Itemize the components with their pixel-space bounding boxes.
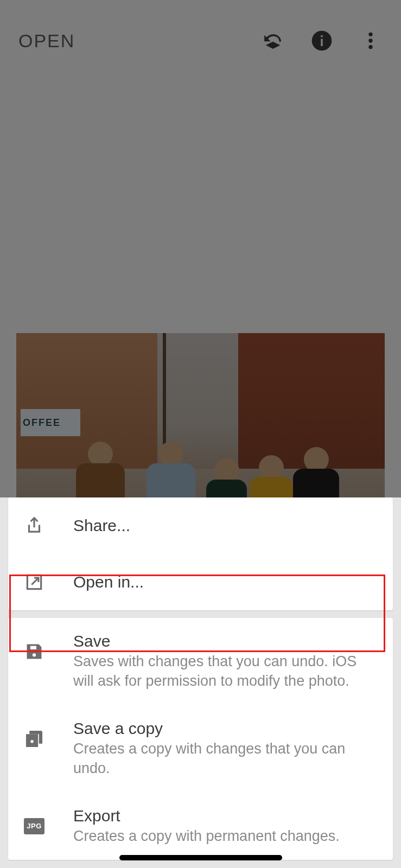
svg-point-8 (32, 653, 36, 657)
share-label: Share... (73, 516, 374, 535)
jpg-badge-text: JPG (24, 818, 44, 834)
sheet-group-1: Share... Open in... (8, 497, 393, 610)
jpg-icon: JPG (20, 812, 48, 840)
save-copy-icon (20, 725, 48, 753)
save-copy-row[interactable]: Save a copy Creates a copy with changes … (8, 705, 393, 793)
svg-point-9 (30, 739, 34, 743)
open-in-label: Open in... (73, 573, 374, 591)
sheet-group-2: Save Saves with changes that you can und… (8, 618, 393, 860)
export-subtitle: Creates a copy with permanent changes. (73, 826, 374, 846)
save-label: Save (73, 632, 374, 650)
share-icon (20, 512, 48, 540)
export-label: Export (73, 807, 374, 825)
save-icon (20, 637, 48, 666)
save-copy-label: Save a copy (73, 719, 374, 738)
save-subtitle: Saves with changes that you can undo. iO… (73, 652, 374, 691)
export-row[interactable]: JPG Export Creates a copy with permanent… (8, 793, 393, 860)
share-row[interactable]: Share... (8, 497, 393, 554)
home-indicator[interactable] (119, 855, 282, 860)
export-action-sheet: Share... Open in... Save Saves with c (0, 497, 401, 868)
save-row[interactable]: Save Saves with changes that you can und… (8, 618, 393, 705)
open-in-row[interactable]: Open in... (8, 554, 393, 610)
open-in-icon (20, 568, 48, 596)
svg-rect-7 (30, 646, 37, 650)
save-copy-subtitle: Creates a copy with changes that you can… (73, 739, 374, 778)
